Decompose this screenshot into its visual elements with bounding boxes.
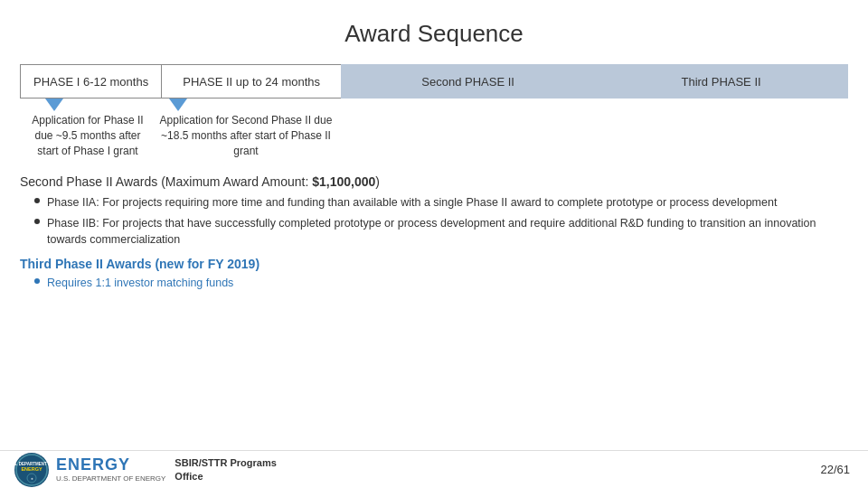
bullet-text: Phase IIA: For projects requiring more t… <box>47 194 777 211</box>
bullet-dot <box>34 198 40 203</box>
footer-logo: U.S. DEPARTMENT OF ENERGY ⚛ ENERGY U.S. … <box>14 453 165 487</box>
phase2-box: PHASE II up to 24 months <box>161 64 342 99</box>
arrow-phase2 <box>169 99 187 111</box>
third-phase-bullets: Requires 1:1 investor matching funds <box>34 275 848 291</box>
arrow-phase1 <box>45 99 63 111</box>
third-phase-heading: Third Phase II Awards (new for FY 2019) <box>20 257 848 271</box>
bullet-text: Phase IIB: For projects that have succes… <box>47 215 848 248</box>
footer-program: SBIR/STTR Programs Office <box>175 456 276 483</box>
svg-text:⚛: ⚛ <box>31 477 33 481</box>
footer: U.S. DEPARTMENT OF ENERGY ⚛ ENERGY U.S. … <box>0 450 868 488</box>
second-phase2-box: Second PHASE II <box>341 64 595 99</box>
list-item: Phase IIA: For projects requiring more t… <box>34 194 848 211</box>
doe-logo: U.S. DEPARTMENT OF ENERGY ⚛ <box>14 453 49 487</box>
second-phase-heading: Second Phase II Awards (Maximum Award Am… <box>20 174 848 189</box>
bullet-text: Requires 1:1 investor matching funds <box>47 275 233 291</box>
dept-text: U.S. DEPARTMENT OF ENERGY <box>56 474 165 483</box>
descriptions-row: Application for Phase II due ~9.5 months… <box>20 113 848 158</box>
second-phase-bullets: Phase IIA: For projects requiring more t… <box>34 194 848 247</box>
desc-phase1: Application for Phase II due ~9.5 months… <box>20 113 156 158</box>
bullet-dot <box>34 219 40 224</box>
energy-text: ENERGY <box>56 455 165 474</box>
phase1-box: PHASE I 6-12 months <box>20 64 162 99</box>
program-line1: SBIR/STTR Programs <box>175 456 276 469</box>
third-phase2-box: Third PHASE II <box>594 64 848 99</box>
second-phase-prefix: Second Phase II Awards (Maximum Award Am… <box>20 174 312 189</box>
page-number: 22/61 <box>820 463 850 476</box>
page-title: Award Sequence <box>0 0 868 64</box>
list-item: Phase IIB: For projects that have succes… <box>34 215 848 248</box>
energy-wordmark: ENERGY U.S. DEPARTMENT OF ENERGY <box>56 455 165 483</box>
content-area: Second Phase II Awards (Maximum Award Am… <box>20 174 848 291</box>
second-phase-suffix: ) <box>375 174 380 189</box>
program-line2: Office <box>175 470 276 483</box>
list-item: Requires 1:1 investor matching funds <box>34 275 848 291</box>
sequence-bar: PHASE I 6-12 months PHASE II up to 24 mo… <box>20 64 848 99</box>
svg-text:ENERGY: ENERGY <box>21 466 42 472</box>
second-phase-amount: $1,100,000 <box>312 174 375 189</box>
desc-phase2: Application for Second Phase II due ~18.… <box>156 113 336 158</box>
arrows-row <box>20 99 848 111</box>
bullet-dot <box>34 278 40 284</box>
